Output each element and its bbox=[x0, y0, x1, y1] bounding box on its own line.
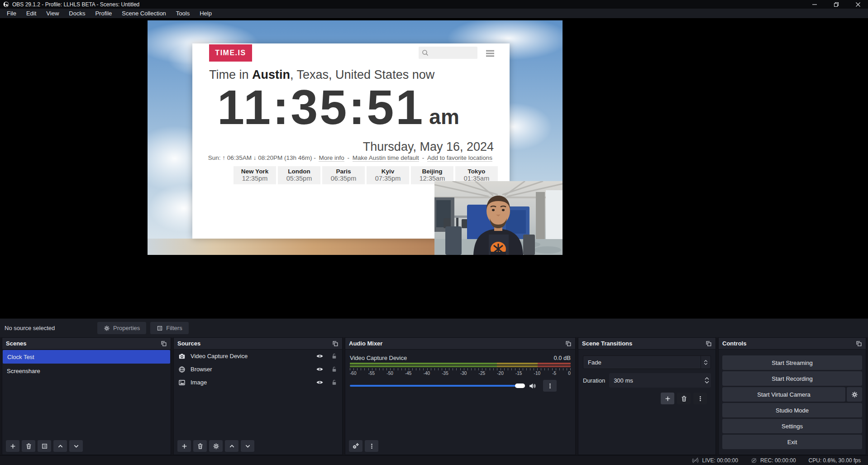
meter-scale: -60-55-50-45-40-35-30-25-20-15-10-50 bbox=[350, 371, 571, 376]
hamburger-menu-icon[interactable] bbox=[485, 48, 496, 59]
popout-icon[interactable] bbox=[332, 340, 339, 347]
mixer-menu-button[interactable] bbox=[365, 440, 378, 452]
source-up-button[interactable] bbox=[225, 440, 238, 452]
source-down-button[interactable] bbox=[241, 440, 254, 452]
status-bar: LIVE: 00:00:00 REC: 00:00:00 CPU: 0.6%, … bbox=[0, 455, 868, 465]
sources-panel-title: Sources bbox=[177, 340, 200, 347]
video-frame: TIME.IS Time in Austin, Texas, United St… bbox=[148, 20, 563, 255]
source-item-image[interactable]: Image bbox=[174, 376, 342, 389]
source-item-video-capture[interactable]: Video Capture Device bbox=[174, 350, 342, 363]
current-date: Thursday, May 16, 2024 bbox=[363, 140, 494, 154]
current-time: 11:35:51 bbox=[217, 81, 424, 133]
popout-icon[interactable] bbox=[706, 340, 712, 347]
menu-tools[interactable]: Tools bbox=[171, 10, 195, 17]
filter-icon bbox=[41, 443, 48, 450]
scene-item-screenshare[interactable]: Screenshare bbox=[2, 364, 171, 378]
menu-profile[interactable]: Profile bbox=[90, 10, 117, 17]
popout-icon[interactable] bbox=[565, 340, 572, 347]
speaker-icon[interactable] bbox=[529, 382, 536, 390]
popout-icon[interactable] bbox=[856, 340, 862, 347]
chevron-up-icon bbox=[229, 443, 235, 450]
city-card[interactable]: London05:35pm bbox=[278, 166, 320, 184]
no-source-label: No source selected bbox=[5, 325, 97, 331]
menu-scene-collection[interactable]: Scene Collection bbox=[117, 10, 171, 17]
plus-icon bbox=[181, 443, 188, 450]
remove-transition-button[interactable] bbox=[677, 393, 691, 404]
duration-input[interactable]: 300 ms bbox=[609, 373, 711, 388]
city-card[interactable]: Paris06:35pm bbox=[322, 166, 365, 184]
scene-item-clock-test[interactable]: Clock Test bbox=[3, 350, 170, 364]
camera-icon bbox=[178, 353, 186, 360]
gear-icon bbox=[213, 443, 219, 450]
plus-icon bbox=[10, 443, 16, 450]
add-scene-button[interactable] bbox=[6, 440, 19, 452]
add-favorite-link[interactable]: Add to favorite locations bbox=[427, 154, 492, 162]
globe-icon bbox=[178, 366, 186, 373]
studio-mode-button[interactable]: Studio Mode bbox=[722, 403, 862, 417]
virtual-camera-config-button[interactable] bbox=[847, 387, 862, 402]
image-icon bbox=[178, 379, 186, 386]
start-virtual-camera-button[interactable]: Start Virtual Camera bbox=[722, 387, 845, 402]
preview-canvas[interactable]: TIME.IS Time in Austin, Texas, United St… bbox=[0, 18, 868, 318]
timeis-logo[interactable]: TIME.IS bbox=[209, 44, 252, 62]
close-button[interactable] bbox=[855, 2, 861, 7]
city-card[interactable]: Kyiv07:35pm bbox=[367, 166, 409, 184]
search-input[interactable] bbox=[419, 47, 477, 59]
transition-properties-button[interactable] bbox=[693, 393, 707, 404]
start-recording-button[interactable]: Start Recording bbox=[722, 371, 862, 386]
make-default-link[interactable]: Make Austin time default bbox=[353, 154, 419, 162]
mixer-channel-name: Video Capture Device bbox=[350, 355, 407, 361]
visibility-eye-icon[interactable] bbox=[316, 352, 324, 360]
lock-icon[interactable] bbox=[331, 366, 338, 373]
mixer-level-db: 0.0 dB bbox=[553, 355, 571, 361]
exit-button[interactable]: Exit bbox=[722, 435, 862, 449]
kebab-dots-icon bbox=[368, 443, 375, 450]
menu-docks[interactable]: Docks bbox=[64, 10, 90, 17]
volume-slider-handle[interactable] bbox=[515, 384, 525, 388]
popout-icon[interactable] bbox=[161, 340, 167, 347]
filters-button[interactable]: Filters bbox=[150, 322, 188, 334]
menu-edit[interactable]: Edit bbox=[21, 10, 41, 17]
city-card[interactable]: New York12:35pm bbox=[234, 166, 276, 184]
menu-help[interactable]: Help bbox=[195, 10, 217, 17]
menu-view[interactable]: View bbox=[41, 10, 64, 17]
trash-icon bbox=[681, 395, 687, 402]
scene-transitions-panel: Scene Transitions Fade Duration 300 ms bbox=[578, 337, 716, 455]
scene-up-button[interactable] bbox=[53, 440, 67, 452]
spinner-arrows[interactable] bbox=[705, 373, 709, 388]
scenes-panel-title: Scenes bbox=[6, 340, 27, 347]
lock-icon[interactable] bbox=[331, 379, 338, 386]
filter-icon bbox=[157, 325, 163, 331]
start-streaming-button[interactable]: Start Streaming bbox=[722, 355, 862, 370]
visibility-eye-icon[interactable] bbox=[316, 379, 324, 386]
more-info-link[interactable]: More info bbox=[319, 154, 344, 162]
double-gear-icon bbox=[352, 442, 359, 450]
add-source-button[interactable] bbox=[177, 440, 191, 452]
remove-scene-button[interactable] bbox=[22, 440, 35, 452]
advanced-audio-button[interactable] bbox=[349, 440, 362, 452]
mixer-options-button[interactable] bbox=[543, 380, 557, 392]
lock-icon[interactable] bbox=[331, 353, 338, 360]
duration-label: Duration bbox=[583, 377, 605, 384]
minimize-button[interactable] bbox=[812, 2, 817, 7]
settings-button[interactable]: Settings bbox=[722, 419, 862, 433]
menu-file[interactable]: File bbox=[2, 10, 21, 17]
remove-source-button[interactable] bbox=[193, 440, 207, 452]
add-transition-button[interactable] bbox=[661, 393, 674, 404]
source-properties-button[interactable] bbox=[209, 440, 223, 452]
source-item-browser[interactable]: Browser bbox=[174, 363, 342, 376]
scene-filters-button[interactable] bbox=[38, 440, 51, 452]
select-arrows[interactable] bbox=[701, 356, 711, 369]
transition-select[interactable]: Fade bbox=[583, 355, 711, 369]
properties-button[interactable]: Properties bbox=[97, 322, 146, 334]
visibility-eye-icon[interactable] bbox=[316, 365, 324, 373]
dock-area: Scenes Clock Test Screenshare Sources bbox=[0, 337, 868, 455]
volume-slider[interactable] bbox=[350, 385, 525, 387]
chevron-up-icon bbox=[705, 377, 709, 380]
chevron-up-icon bbox=[704, 360, 708, 362]
kebab-dots-icon bbox=[697, 395, 704, 402]
restore-button[interactable] bbox=[834, 2, 839, 7]
scene-down-button[interactable] bbox=[69, 440, 83, 452]
sources-panel: Sources Video Capture Device Browser bbox=[173, 337, 343, 455]
volume-meter bbox=[350, 363, 571, 364]
